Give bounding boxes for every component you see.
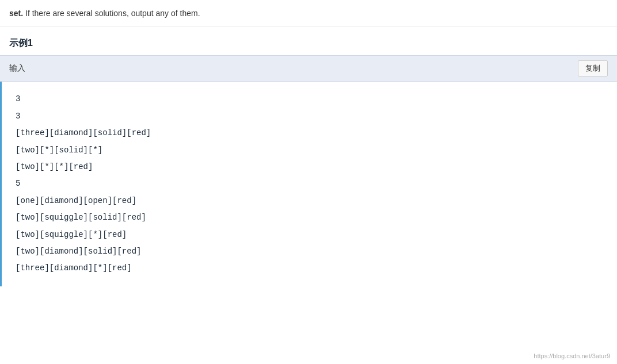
watermark: https://blog.csdn.net/3atur9	[534, 352, 610, 359]
top-text-area: set. If there are several solutions, out…	[0, 0, 617, 27]
suffix-text: If there are several solutions, output a…	[23, 9, 200, 18]
input-header: 输入 复制	[0, 55, 617, 82]
section-title: 示例1	[0, 27, 617, 55]
code-line: 3	[16, 91, 608, 108]
code-line: [two][*][solid][*]	[16, 142, 608, 159]
code-line: [two][diamond][solid][red]	[16, 243, 608, 260]
input-label: 输入	[9, 63, 25, 74]
copy-button[interactable]: 复制	[578, 60, 608, 76]
code-line: [one][diamond][open][red]	[16, 193, 608, 209]
code-line: [two][squiggle][solid][red]	[16, 209, 608, 226]
bold-prefix: set.	[9, 9, 23, 18]
code-block: 33[three][diamond][solid][red][two][*][s…	[0, 82, 617, 286]
code-line: 3	[16, 108, 608, 125]
input-block: 输入 复制 33[three][diamond][solid][red][two…	[0, 55, 617, 286]
code-line: [two][*][*][red]	[16, 159, 608, 175]
code-line: [two][squiggle][*][red]	[16, 227, 608, 243]
code-line: 5	[16, 175, 608, 192]
code-line: [three][diamond][solid][red]	[16, 125, 608, 141]
code-line: [three][diamond][*][red]	[16, 260, 608, 277]
